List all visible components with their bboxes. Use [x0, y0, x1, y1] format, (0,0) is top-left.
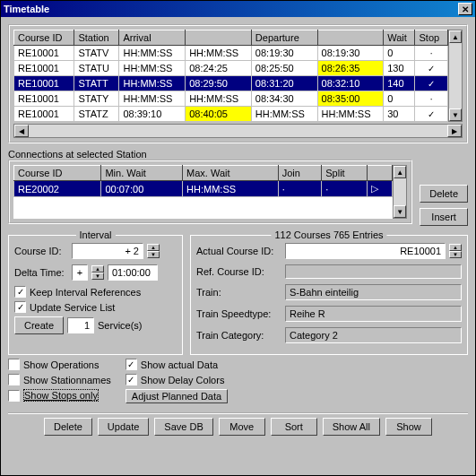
scroll-down-icon[interactable]: ▼	[394, 205, 406, 218]
table-cell: RE10001	[14, 46, 74, 61]
table-row[interactable]: RE10001STATTHH:MM:SS08:29:5008:31:2008:3…	[14, 76, 448, 91]
connections-label: Connections at selected Station	[8, 149, 468, 160]
spin-up-icon[interactable]: ▲	[449, 244, 462, 251]
show-stationnames-checkbox[interactable]	[8, 374, 20, 385]
table-cell: 08:19:30	[317, 46, 384, 61]
delta-time-label: Delta Time:	[14, 267, 68, 278]
connections-table[interactable]: Course IDMin. WaitMax. WaitJoinSplit RE2…	[13, 165, 393, 197]
show-actual-checkbox[interactable]: ✓	[125, 359, 137, 370]
ref-course-label: Ref. Course ID:	[196, 266, 281, 277]
horizontal-scrollbar[interactable]: ◀ ▶	[13, 124, 463, 138]
column-header[interactable]	[367, 166, 392, 181]
table-cell: 08:40:05	[186, 107, 252, 122]
table-cell: 00:07:00	[101, 181, 183, 197]
keep-refs-checkbox[interactable]: ✓	[14, 286, 26, 298]
adjust-planned-button[interactable]: Adjust Planned Data	[125, 389, 228, 403]
bottom-toolbar: Delete Update Save DB Move Sort Show All…	[8, 412, 468, 439]
ref-course-field	[285, 264, 462, 279]
update-list-checkbox[interactable]: ✓	[14, 301, 26, 313]
titlebar: Timetable ✕	[1, 1, 475, 17]
table-cell: HH:MM:SS	[251, 107, 317, 122]
course-id-label: Course ID:	[14, 246, 68, 256]
table-cell: STATY	[74, 91, 119, 107]
table-cell: 08:35:00	[317, 91, 384, 107]
column-header[interactable]	[186, 30, 252, 46]
actual-course-spinner[interactable]: ▲ ▼	[449, 244, 462, 258]
update-button[interactable]: Update	[98, 418, 149, 436]
column-header[interactable]: Arrival	[119, 30, 186, 46]
table-cell: STATV	[74, 46, 119, 61]
table-cell: 08:29:50	[186, 76, 252, 91]
table-cell: STATU	[74, 61, 119, 76]
column-header[interactable]: Station	[74, 30, 119, 46]
table-cell: 08:34:30	[251, 91, 317, 107]
vertical-scrollbar[interactable]: ▲ ▼	[448, 30, 463, 122]
table-row[interactable]: RE2000200:07:00HH:MM:SS··▷	[14, 181, 393, 197]
save-db-button[interactable]: Save DB	[154, 418, 212, 436]
services-label: Service(s)	[98, 320, 143, 331]
speedtype-label: Train Speedtype:	[196, 308, 281, 319]
table-row[interactable]: RE10001STATZ08:39:1008:40:05HH:MM:SSHH:M…	[14, 107, 448, 122]
course-id-input[interactable]	[72, 243, 143, 259]
delete-button[interactable]: Delete	[44, 418, 92, 436]
show-operations-checkbox[interactable]	[8, 359, 20, 370]
column-header[interactable]: Stop	[415, 30, 448, 46]
actual-course-input[interactable]	[285, 243, 446, 259]
table-row[interactable]: RE10001STATVHH:MM:SSHH:MM:SS08:19:3008:1…	[14, 46, 448, 61]
show-delay-checkbox[interactable]: ✓	[125, 374, 137, 385]
table-cell: ·	[415, 91, 448, 107]
column-header[interactable]: Min. Wait	[101, 166, 183, 181]
show-all-button[interactable]: Show All	[323, 418, 380, 436]
spin-down-icon[interactable]: ▼	[449, 251, 462, 258]
details-title: 112 Courses 765 Entries	[271, 229, 386, 240]
scroll-right-icon[interactable]: ▶	[447, 125, 462, 137]
table-cell: ·	[278, 181, 322, 197]
table-cell: 0	[384, 46, 415, 61]
column-header[interactable]: Course ID	[14, 30, 74, 46]
connections-scrollbar[interactable]: ▲ ▼	[393, 165, 407, 219]
delta-sign-input[interactable]	[72, 264, 88, 281]
scroll-down-icon[interactable]: ▼	[449, 108, 462, 121]
scroll-up-icon[interactable]: ▲	[449, 30, 462, 43]
table-cell: ▷	[367, 181, 392, 197]
scroll-up-icon[interactable]: ▲	[394, 166, 406, 178]
column-header[interactable]: Split	[322, 166, 368, 181]
delta-time-input[interactable]	[108, 264, 158, 281]
show-button[interactable]: Show	[385, 418, 432, 436]
table-cell: 140	[384, 76, 415, 91]
table-cell: ✓	[415, 61, 448, 76]
column-header[interactable]: Departure	[251, 30, 317, 46]
scroll-left-icon[interactable]: ◀	[14, 125, 29, 137]
close-icon[interactable]: ✕	[458, 3, 472, 15]
table-row[interactable]: RE10001STATYHH:MM:SSHH:MM:SS08:34:3008:3…	[14, 91, 448, 107]
category-label: Train Category:	[196, 330, 281, 341]
table-row[interactable]: RE10001STATUHH:MM:SS08:24:2508:25:5008:2…	[14, 61, 448, 76]
show-stationnames-label: Show Stationnames	[23, 375, 111, 385]
delete-connection-button[interactable]: Delete	[420, 185, 468, 203]
table-cell: ✓	[415, 107, 448, 122]
spin-down-icon[interactable]: ▼	[91, 273, 104, 280]
table-cell: HH:MM:SS	[183, 181, 279, 197]
column-header[interactable]: Join	[278, 166, 322, 181]
spin-up-icon[interactable]: ▲	[147, 244, 160, 251]
column-header[interactable]: Max. Wait	[183, 166, 279, 181]
column-header[interactable]: Wait	[384, 30, 415, 46]
show-operations-label: Show Operations	[23, 359, 99, 370]
course-id-spinner[interactable]: ▲ ▼	[147, 244, 160, 258]
column-header[interactable]	[317, 30, 384, 46]
table-cell: 08:26:35	[317, 61, 384, 76]
delta-sign-spinner[interactable]: ▲ ▼	[91, 265, 104, 280]
show-stops-only-checkbox[interactable]	[8, 390, 20, 402]
column-header[interactable]: Course ID	[14, 166, 101, 181]
table-cell: RE10001	[14, 61, 74, 76]
interval-title: Interval	[75, 229, 115, 240]
insert-connection-button[interactable]: Insert	[420, 208, 468, 226]
spin-up-icon[interactable]: ▲	[91, 265, 104, 273]
services-count-input[interactable]	[67, 317, 94, 333]
move-button[interactable]: Move	[219, 418, 265, 436]
create-button[interactable]: Create	[14, 316, 64, 334]
table-cell: ·	[322, 181, 368, 197]
timetable-table[interactable]: Course IDStationArrivalDepartureWaitStop…	[13, 30, 448, 122]
sort-button[interactable]: Sort	[271, 418, 317, 436]
spin-down-icon[interactable]: ▼	[147, 251, 160, 258]
